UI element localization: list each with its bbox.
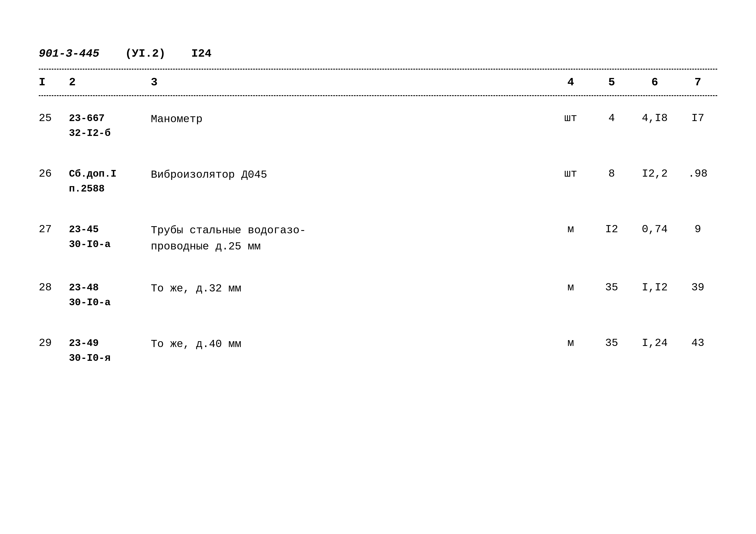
col-header-1: I [39,76,69,89]
row-unit: м [549,336,592,349]
row-num: 27 [39,222,69,235]
page-container: 901-3-445 (УI.2) I24 I 2 3 4 5 6 7 25 23… [0,0,756,534]
col-header-6: 6 [631,76,678,89]
row-total: 39 [678,280,717,294]
col-header-5: 5 [592,76,631,89]
row-name: То же, д.32 мм [151,280,549,297]
row-qty: 8 [592,167,631,180]
col-header-7: 7 [678,76,717,89]
table-row: 26 Сб.доп.I п.2588 Виброизолятор Д045 шт… [39,152,717,207]
column-headers: I 2 3 4 5 6 7 [39,69,717,96]
row-price: I2,2 [631,167,678,180]
row-num: 29 [39,336,69,349]
row-code: 23-45 30-I0-а [69,222,151,252]
col-header-2: 2 [69,76,151,89]
row-name: Виброизолятор Д045 [151,167,549,183]
header-num: I24 [191,47,212,60]
row-num: 26 [39,167,69,180]
row-qty: 4 [592,111,631,124]
row-qty: 35 [592,280,631,294]
row-total: 43 [678,336,717,349]
row-code: 23-667 32-I2-б [69,111,151,141]
row-price: 0,74 [631,222,678,235]
row-name: Манометр [151,111,549,127]
row-total: I7 [678,111,717,124]
row-price: I,24 [631,336,678,349]
col-header-3: 3 [151,76,549,89]
rows-container: 25 23-667 32-I2-б Манометр шт 4 4,I8 I7 … [39,96,717,377]
row-name: То же, д.40 мм [151,336,549,352]
table-row: 29 23-49 30-I0-я То же, д.40 мм м 35 I,2… [39,321,717,377]
row-price: I,I2 [631,280,678,294]
row-unit: м [549,280,592,294]
table-row: 28 23-48 30-I0-а То же, д.32 мм м 35 I,I… [39,265,717,321]
row-code: 23-48 30-I0-а [69,280,151,310]
row-qty: I2 [592,222,631,235]
row-total: .98 [678,167,717,180]
row-unit: шт [549,167,592,180]
row-qty: 35 [592,336,631,349]
table-row: 27 23-45 30-I0-а Трубы стальные водогазо… [39,207,717,265]
row-num: 25 [39,111,69,124]
row-unit: м [549,222,592,235]
row-code: Сб.доп.I п.2588 [69,167,151,197]
row-name: Трубы стальные водогазо- проводные д.25 … [151,222,549,254]
row-code: 23-49 30-I0-я [69,336,151,366]
header-code: 901-3-445 [39,47,99,60]
row-unit: шт [549,111,592,124]
row-price: 4,I8 [631,111,678,124]
col-header-4: 4 [549,76,592,89]
header-sub: (УI.2) [125,47,166,60]
header-row: 901-3-445 (УI.2) I24 [39,47,717,60]
row-total: 9 [678,222,717,235]
table-row: 25 23-667 32-I2-б Манометр шт 4 4,I8 I7 [39,96,717,152]
row-num: 28 [39,280,69,294]
